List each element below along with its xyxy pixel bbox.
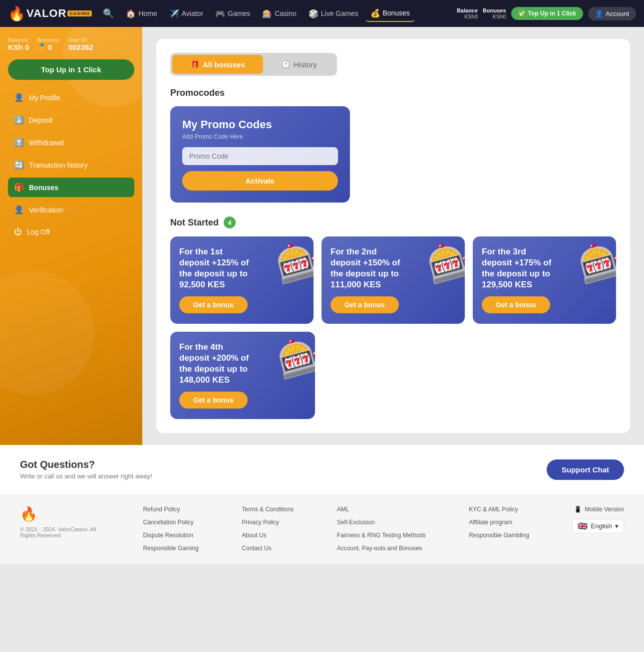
bonus-card-2-text: For the 2nd deposit +150% of the deposit… — [330, 246, 406, 290]
link-terms[interactable]: Terms & Conditions — [242, 506, 294, 513]
sidebar-item-verification[interactable]: 👤 Verification — [8, 200, 134, 219]
nav-home[interactable]: 🏠Home — [121, 6, 162, 21]
bonus-card-3-text: For the 3rd deposit +175% of the deposit… — [482, 246, 557, 290]
link-self-exclusion[interactable]: Self-Exclusion — [337, 519, 426, 526]
promo-code-input[interactable] — [182, 147, 338, 165]
get-bonus-btn-1[interactable]: Get a bonus — [179, 296, 248, 313]
content-inner: 🎁 All bonuses 🕐 History Promocodes My Pr… — [156, 39, 630, 433]
link-contact[interactable]: Contact Us — [242, 545, 294, 552]
bonuses-nav-icon: 💰 — [370, 8, 380, 18]
header: 🔥 VALOR CASINO 🔍 🏠Home ✈️Aviator 🎮Games … — [0, 0, 644, 27]
mobile-version: 📱 Mobile Version — [574, 506, 624, 513]
logout-icon: ⏻ — [14, 227, 22, 236]
tab-history[interactable]: 🕐 History — [263, 55, 335, 74]
support-chat-button[interactable]: Support Chat — [547, 459, 624, 480]
sidebar: Balance: KSh 0 Bonuses: 🏅 0 User ID: 502… — [0, 27, 142, 445]
sidebar-item-logout[interactable]: ⏻ Log Off — [8, 222, 134, 241]
nav-live-games[interactable]: 🎲Live Games — [304, 6, 363, 21]
logo-name: VALOR — [26, 7, 66, 20]
footer-main: 🔥 © 2021 - 2024. ValorCasino. All Rights… — [0, 494, 644, 564]
link-affiliate[interactable]: Affiliate program — [469, 519, 529, 526]
not-started-count-badge: 4 — [224, 217, 236, 228]
bonus-icon: 🏅 — [37, 43, 46, 51]
bonus-card-4-wrapper: For the 4th deposit +200% of the deposit… — [170, 332, 315, 419]
footer-links-col3: AML Self-Exclusion Fairness & RNG Testin… — [337, 506, 426, 552]
link-about[interactable]: About Us — [242, 532, 294, 539]
header-balance-value: KSh0 — [464, 13, 478, 19]
header-balance: Balance KSh0 — [457, 7, 478, 19]
tab-all-bonuses[interactable]: 🎁 All bonuses — [172, 55, 263, 74]
bonus-card-4-text: For the 4th deposit +200% of the deposit… — [179, 342, 255, 386]
promo-card-subtitle: Add Promo Code Here — [182, 133, 338, 140]
nav-bonuses[interactable]: 💰Bonuses — [365, 5, 415, 22]
sidebar-item-bonuses[interactable]: 🎁 Bonuses — [8, 178, 134, 197]
questions-title: Got Questions? — [20, 459, 152, 470]
header-right: Balance KSh0 Bonuses KSh0 ✅ Top Up in 1 … — [457, 7, 636, 20]
footer-links-col1: Refund Policy Cancellation Policy Disput… — [143, 506, 198, 552]
link-responsible-gaming[interactable]: Responsible Gaming — [143, 545, 198, 552]
home-icon: 🏠 — [126, 9, 136, 18]
nav-games[interactable]: 🎮Games — [210, 6, 255, 21]
bonus-card-4: For the 4th deposit +200% of the deposit… — [170, 332, 315, 419]
search-button[interactable]: 🔍 — [100, 5, 117, 22]
user-id-label: User ID: — [68, 37, 93, 43]
sidebar-item-deposit[interactable]: ⬇️ Deposit — [8, 110, 134, 130]
footer-right: 📱 Mobile Version 🇬🇧 English ▾ — [572, 506, 624, 533]
sidebar-item-transaction-history[interactable]: 🔄 Transaction history — [8, 155, 134, 175]
chip-icon-1: 🎰 — [271, 236, 314, 287]
link-kyc[interactable]: KYC & AML Policy — [469, 506, 529, 513]
footer-links-col4: KYC & AML Policy Affiliate program Respo… — [469, 506, 529, 539]
promo-card: My Promo Codes Add Promo Code Here Activ… — [170, 106, 350, 203]
chip-icon-4: 🎰 — [272, 332, 315, 383]
link-dispute-resolution[interactable]: Dispute Resolution — [143, 532, 198, 539]
chip-icon-2: 🎰 — [422, 236, 465, 287]
activate-button[interactable]: Activate — [182, 171, 338, 191]
link-aml[interactable]: AML — [337, 506, 426, 513]
nav-aviator[interactable]: ✈️Aviator — [164, 6, 208, 21]
sidebar-item-profile[interactable]: 👤 My Profile — [8, 88, 134, 107]
nav-casino[interactable]: 🎰Casino — [257, 6, 302, 21]
link-privacy[interactable]: Privacy Policy — [242, 519, 294, 526]
logo-badge: CASINO — [67, 10, 92, 16]
main-layout: Balance: KSh 0 Bonuses: 🏅 0 User ID: 502… — [0, 27, 644, 445]
flag-icon: 🇬🇧 — [578, 521, 588, 531]
logo-flame-icon: 🔥 — [8, 5, 25, 22]
not-started-header: Not Started 4 — [170, 217, 616, 228]
profile-icon: 👤 — [14, 93, 24, 102]
bonuses-menu-icon: 🎁 — [14, 183, 24, 192]
questions-subtitle: Write or call us and we will answer righ… — [20, 472, 152, 480]
footer-copyright: © 2021 - 2024. ValorCasino. All Rights R… — [20, 526, 100, 538]
live-icon: 🎲 — [309, 9, 319, 18]
get-bonus-btn-4[interactable]: Get a bonus — [179, 392, 248, 409]
chevron-down-icon: ▾ — [615, 522, 619, 530]
sidebar-item-withdrawal[interactable]: ⬆️ Withdrawal — [8, 133, 134, 152]
link-cancellation-policy[interactable]: Cancellation Policy — [143, 519, 198, 526]
bonuses-item: Bonuses: 🏅 0 — [37, 37, 60, 51]
header-topup-button[interactable]: ✅ Top Up in 1 Click — [511, 7, 583, 20]
history-tab-icon: 🕐 — [281, 60, 291, 69]
link-account-payouts[interactable]: Account, Pay-outs and Bonuses — [337, 545, 426, 552]
user-info-block: Balance: KSh 0 Bonuses: 🏅 0 User ID: 502… — [8, 37, 134, 51]
logo[interactable]: 🔥 VALOR CASINO — [8, 5, 92, 22]
casino-icon: 🎰 — [262, 9, 272, 18]
get-bonus-btn-3[interactable]: Get a bonus — [482, 296, 550, 313]
bonus-cards-row1: For the 1st deposit +125% of the deposit… — [170, 236, 616, 324]
deposit-icon: ⬇️ — [14, 115, 24, 125]
bonuses-value: 🏅 0 — [37, 43, 60, 51]
all-bonuses-tab-icon: 🎁 — [190, 60, 200, 69]
main-content: 🎁 All bonuses 🕐 History Promocodes My Pr… — [142, 27, 644, 445]
footer-logo-icon: 🔥 — [20, 506, 100, 522]
get-bonus-btn-2[interactable]: Get a bonus — [330, 296, 399, 313]
link-refund-policy[interactable]: Refund Policy — [143, 506, 198, 513]
questions-text: Got Questions? Write or call us and we w… — [20, 459, 152, 480]
sidebar-topup-button[interactable]: Top Up in 1 Click — [8, 59, 134, 80]
games-icon: 🎮 — [215, 9, 225, 18]
not-started-title: Not Started — [170, 217, 219, 228]
bonus-card-1-text: For the 1st deposit +125% of the deposit… — [179, 246, 255, 290]
link-fairness[interactable]: Fairness & RNG Testing Methods — [337, 532, 426, 539]
account-button[interactable]: 👤 Account — [588, 7, 636, 20]
promo-card-title: My Promo Codes — [182, 118, 338, 131]
bonuses-label: Bonuses: — [37, 37, 60, 43]
link-responsible-gambling[interactable]: Responsible Gambling — [469, 532, 529, 539]
language-selector[interactable]: 🇬🇧 English ▾ — [572, 519, 624, 533]
